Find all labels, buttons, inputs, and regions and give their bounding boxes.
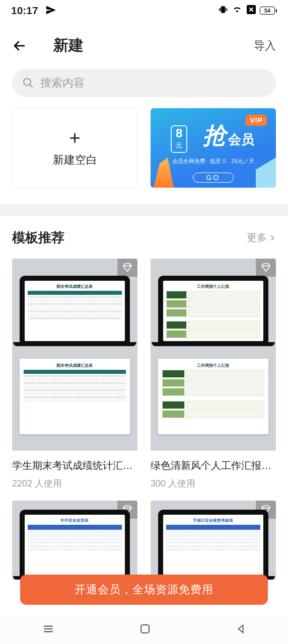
recommend-title: 模板推荐: [12, 229, 247, 247]
android-back-button[interactable]: [235, 623, 246, 636]
vip-price: 8 元: [171, 125, 187, 153]
laptop-preview: 期末考试成绩汇总表: [20, 276, 130, 343]
recommend-header: 模板推荐 更多: [0, 216, 288, 252]
status-right: 54: [219, 5, 277, 17]
vip-banner[interactable]: VIP 8 元 抢 会员 会员全网免费 · 低至 0．25元／天 GO: [151, 108, 276, 188]
x-box-icon: [247, 5, 256, 17]
home-button[interactable]: [139, 623, 151, 637]
battery-level: 54: [260, 7, 275, 15]
section-divider: [0, 204, 288, 216]
laptop-preview: 年半安全攻坚表: [20, 510, 130, 577]
back-button[interactable]: [12, 38, 34, 53]
new-blank-card[interactable]: + 新建空白: [12, 108, 137, 188]
template-card[interactable]: 工作周报个人汇报: [151, 259, 276, 490]
paper-preview: 工作周报个人汇报: [158, 359, 268, 434]
paper-preview: 期末考试成绩汇总表: [20, 359, 130, 434]
system-nav-bar: [0, 616, 288, 644]
template-usage: 300 人使用: [151, 477, 276, 490]
template-grid: 期末考试成绩汇总表 期末考试成绩汇总表: [0, 252, 288, 580]
app-bar: 新建 导入: [0, 21, 288, 61]
template-thumb: 期末考试成绩汇总表 期末考试成绩汇总表: [12, 259, 137, 451]
template-title: 绿色清新风个人工作汇报…: [151, 459, 276, 472]
send-icon: [45, 5, 56, 18]
template-thumb: 年半安全攻坚表: [12, 501, 137, 580]
template-card[interactable]: 年半安全攻坚表: [12, 501, 137, 580]
chevron-right-icon: [269, 234, 276, 242]
template-card[interactable]: 节假日安全检查考核表: [151, 501, 276, 580]
plus-icon: +: [69, 128, 80, 147]
battery-indicator: 54: [260, 7, 277, 15]
new-blank-label: 新建空白: [53, 152, 97, 168]
vibrate-icon: [219, 5, 228, 17]
laptop-preview: 节假日安全检查考核表: [158, 510, 268, 577]
wifi-icon: [232, 5, 243, 17]
template-thumb: 工作周报个人汇报: [151, 259, 276, 451]
status-time: 10:17: [11, 5, 38, 17]
open-vip-cta[interactable]: 开通会员，全场资源免费用: [20, 575, 268, 605]
status-bar: 10:17 54: [0, 0, 288, 21]
vip-headline: 抢 会员: [203, 120, 254, 151]
recommend-more-button[interactable]: 更多: [247, 231, 276, 245]
template-title: 学生期末考试成绩统计汇…: [12, 459, 137, 472]
laptop-preview: 工作周报个人汇报: [158, 276, 268, 343]
recent-apps-button[interactable]: [42, 622, 55, 637]
import-button[interactable]: 导入: [254, 38, 276, 53]
vip-go-button[interactable]: GO: [193, 173, 234, 183]
search-placeholder: 搜索内容: [40, 75, 85, 91]
svg-point-1: [24, 78, 31, 86]
svg-rect-2: [141, 625, 149, 633]
page-title: 新建: [53, 35, 84, 56]
search-input[interactable]: 搜索内容: [12, 69, 276, 97]
vip-subline: 会员全网免费 · 低至 0．25元／天: [151, 157, 276, 165]
template-usage: 2202 人使用: [12, 477, 137, 490]
premium-badge-icon: [256, 259, 276, 277]
template-card[interactable]: 期末考试成绩汇总表 期末考试成绩汇总表: [12, 259, 137, 490]
search-icon: [22, 77, 34, 89]
premium-badge-icon: [117, 259, 137, 277]
template-thumb: 节假日安全检查考核表: [151, 501, 276, 580]
